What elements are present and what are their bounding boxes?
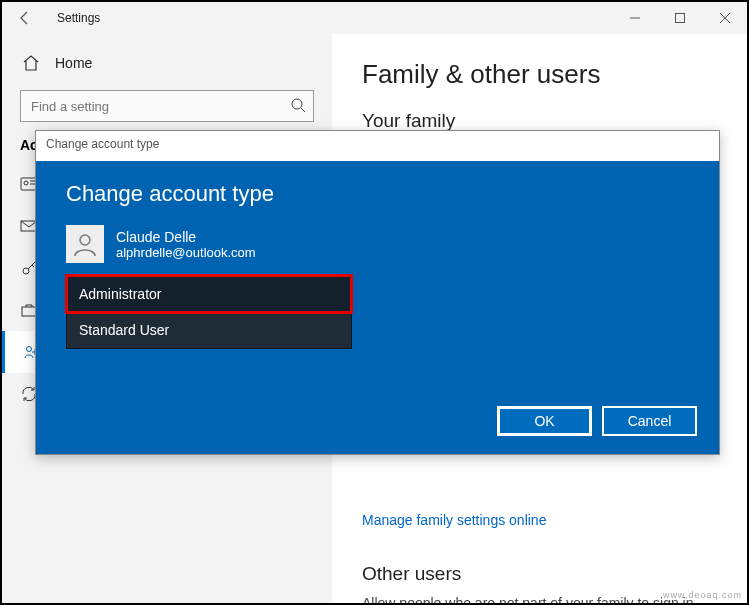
cancel-button[interactable]: Cancel [602, 406, 697, 436]
page-title: Family & other users [362, 59, 717, 90]
svg-point-12 [80, 235, 90, 245]
search-wrap [20, 90, 314, 122]
minimize-button[interactable] [612, 2, 657, 34]
svg-rect-10 [22, 307, 36, 316]
avatar [66, 225, 104, 263]
svg-point-2 [292, 99, 302, 109]
minimize-icon [630, 13, 640, 23]
dropdown-option-admin[interactable]: Administrator [67, 276, 351, 312]
window-controls [612, 2, 747, 34]
ok-button[interactable]: OK [497, 406, 592, 436]
manage-family-link[interactable]: Manage family settings online [362, 512, 717, 528]
close-icon [720, 13, 730, 23]
arrow-left-icon [17, 10, 33, 26]
svg-rect-1 [675, 14, 684, 23]
svg-line-3 [301, 108, 305, 112]
maximize-button[interactable] [657, 2, 702, 34]
back-button[interactable] [2, 2, 47, 34]
watermark: www.deoaq.com [663, 590, 742, 600]
svg-point-5 [24, 181, 28, 185]
dialog-title: Change account type [66, 181, 694, 207]
search-icon [290, 97, 306, 113]
svg-point-11 [27, 347, 32, 352]
user-email: alphrdelle@outlook.com [116, 245, 256, 260]
other-users-heading: Other users [362, 563, 717, 585]
window-title: Settings [57, 11, 100, 25]
home-icon [22, 54, 40, 72]
person-icon [71, 230, 99, 258]
user-row: Claude Delle alphrdelle@outlook.com [66, 225, 694, 263]
titlebar: Settings [2, 2, 747, 34]
dialog-header: Change account type [36, 131, 719, 161]
family-heading: Your family [362, 110, 717, 132]
home-label: Home [55, 55, 92, 71]
user-name: Claude Delle [116, 229, 256, 245]
account-type-dropdown[interactable]: Administrator Standard User [66, 275, 352, 349]
search-input[interactable] [20, 90, 314, 122]
close-button[interactable] [702, 2, 747, 34]
home-nav[interactable]: Home [2, 44, 332, 82]
change-account-type-dialog: Change account type Change account type … [35, 130, 720, 455]
dropdown-option-standard[interactable]: Standard User [67, 312, 351, 348]
maximize-icon [675, 13, 685, 23]
